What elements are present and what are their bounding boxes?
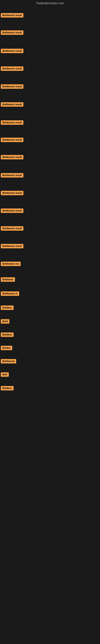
bottleneck-item-14: Bottleneck res [1,262,21,267]
bottleneck-badge-19: Bottlene [1,332,14,337]
bottleneck-item-6: Bottleneck result [1,120,23,126]
bottom-section: ... [0,416,100,644]
bottleneck-item-15: Bottlenec [1,277,15,282]
bottleneck-item-2: Bottleneck result [1,49,23,54]
bottleneck-badge-4: Bottleneck result [1,84,23,89]
bottleneck-item-0: Bottleneck result [1,13,23,18]
items-container: Bottleneck resultBottleneck resultBottle… [0,6,100,408]
bottleneck-item-22: Bott [1,372,9,378]
bottleneck-item-18: Bottl [1,319,9,324]
bottleneck-badge-22: Bott [1,372,9,377]
bottleneck-item-5: Bottleneck result [1,102,23,108]
bottleneck-item-16: Bottleneck re [1,292,19,297]
bottleneck-badge-21: Bottleneck [1,359,16,364]
bottleneck-item-7: Bottleneck result [1,138,23,143]
bottleneck-item-1: Bottleneck result [1,30,23,36]
bottleneck-badge-9: Bottleneck result [1,173,23,178]
bottleneck-badge-2: Bottleneck result [1,49,23,53]
bottleneck-badge-5: Bottleneck result [1,102,23,107]
bottleneck-badge-12: Bottleneck result [1,226,23,231]
bottleneck-item-20: Bottlen [1,346,12,351]
bottleneck-badge-20: Bottlen [1,346,12,350]
bottleneck-badge-10: Bottleneck result [1,191,23,195]
bottleneck-item-8: Bottleneck result [1,155,23,160]
bottleneck-item-4: Bottleneck result [1,84,23,90]
bottleneck-item-11: Bottleneck result [1,208,23,214]
bottleneck-item-23: Bottlene [1,386,14,391]
site-title: TheBottlenecker.com [36,2,64,5]
bottleneck-badge-18: Bottl [1,319,9,324]
bottleneck-badge-1: Bottleneck result [1,30,23,35]
bottleneck-badge-6: Bottleneck result [1,120,23,125]
bottleneck-badge-15: Bottlenec [1,277,15,282]
bottleneck-badge-3: Bottleneck result [1,66,23,71]
bottleneck-item-9: Bottleneck result [1,173,23,178]
bottleneck-badge-7: Bottleneck result [1,138,23,142]
bottleneck-badge-0: Bottleneck result [1,13,23,18]
bottleneck-badge-13: Bottleneck result [1,244,23,248]
bottleneck-item-19: Bottlene [1,332,14,338]
bottleneck-badge-14: Bottleneck res [1,262,21,266]
bottleneck-item-17: Bottlene [1,306,14,311]
bottleneck-item-13: Bottleneck result [1,244,23,249]
bottleneck-item-3: Bottleneck result [1,66,23,72]
bottleneck-item-21: Bottleneck [1,359,16,364]
bottleneck-badge-11: Bottleneck result [1,208,23,213]
bottleneck-badge-8: Bottleneck result [1,155,23,160]
bottleneck-item-10: Bottleneck result [1,191,23,196]
bottleneck-badge-16: Bottleneck re [1,292,19,296]
bottleneck-badge-23: Bottlene [1,386,14,390]
bottleneck-item-12: Bottleneck result [1,226,23,232]
bottleneck-badge-17: Bottlene [1,306,14,310]
site-header: TheBottlenecker.com [0,0,100,6]
